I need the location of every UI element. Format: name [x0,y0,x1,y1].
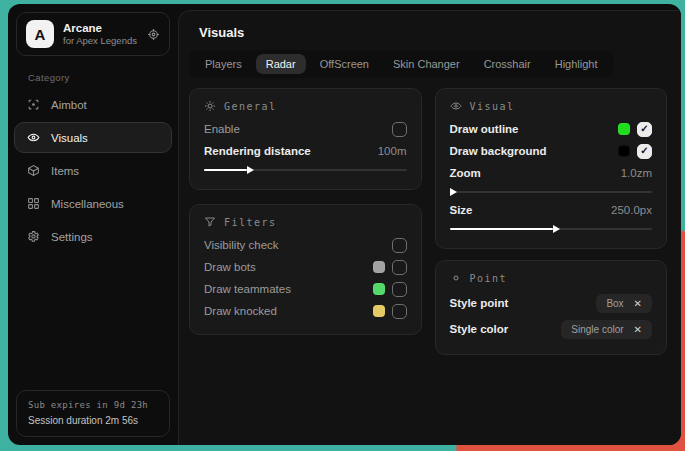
draw-outline-color-swatch[interactable] [618,123,630,135]
sidebar-item-label: Settings [51,231,93,243]
rendering-distance-value: 100m [378,145,407,157]
draw-teammates-checkbox[interactable]: ✓ [392,282,407,297]
draw-outline-checkbox[interactable]: ✓ [637,122,652,137]
package-icon [27,164,40,177]
enable-row: Enable ✓ [204,118,407,140]
app-subtitle: for Apex Legends [63,35,138,47]
size-row: Size 250.0px [450,199,653,221]
draw-knocked-color-swatch[interactable] [373,305,385,317]
tab-crosshair[interactable]: Crosshair [474,54,541,74]
target-settings-icon[interactable] [147,28,160,41]
tab-offscreen[interactable]: OffScreen [310,54,379,74]
sidebar-item-settings[interactable]: Settings [14,221,172,252]
zoom-row: Zoom 1.0zm [450,162,653,184]
draw-background-label: Draw background [450,145,547,157]
app-name: Arcane [63,21,138,35]
grid-icon [27,197,40,210]
subscription-info-box: Sub expires in 9d 23h Session duration 2… [16,390,170,437]
sidebar-header: A Arcane for Apex Legends [16,12,170,56]
size-label: Size [450,204,473,216]
draw-background-color-swatch[interactable] [618,145,630,157]
draw-knocked-checkbox[interactable]: ✓ [392,304,407,319]
app-logo: A [26,20,54,48]
panel-title: Visual [470,101,515,112]
zoom-value: 1.0zm [621,167,652,179]
zoom-label: Zoom [450,167,481,179]
rendering-distance-row: Rendering distance 100m [204,140,407,162]
app-window: A Arcane for Apex Legends Category [8,4,681,445]
close-icon[interactable]: ✕ [634,324,642,335]
main-panel: Visuals Players Radar OffScreen Skin Cha… [178,10,681,445]
sidebar-item-label: Visuals [51,132,88,144]
visibility-check-row: Visibility check ✓ [204,234,407,256]
style-point-chip-label: Box [606,298,623,309]
style-point-row: Style point Box ✕ [450,290,653,316]
general-panel: General Enable ✓ Rendering distance 100m [189,88,422,190]
draw-teammates-row: Draw teammates ✓ [204,278,407,300]
draw-outline-row: Draw outline ✓ [450,118,653,140]
sidebar-nav: Aimbot Visuals Items [14,89,172,252]
sidebar-item-miscellaneous[interactable]: Miscellaneous [14,188,172,219]
style-point-label: Style point [450,297,509,309]
draw-bots-checkbox[interactable]: ✓ [392,260,407,275]
tab-highlight[interactable]: Highlight [545,54,608,74]
draw-teammates-color-swatch[interactable] [373,283,385,295]
draw-background-row: Draw background ✓ [450,140,653,162]
sidebar-item-label: Items [51,165,79,177]
draw-bots-color-swatch[interactable] [373,261,385,273]
sun-icon [204,100,216,112]
draw-background-checkbox[interactable]: ✓ [637,144,652,159]
sidebar-item-label: Miscellaneous [51,198,124,210]
point-icon [450,272,462,284]
close-icon[interactable]: ✕ [634,298,642,309]
sidebar-item-aimbot[interactable]: Aimbot [14,89,172,120]
draw-knocked-row: Draw knocked ✓ [204,300,407,322]
sidebar-item-items[interactable]: Items [14,155,172,186]
style-point-chip[interactable]: Box ✕ [596,294,652,313]
panel-title: Point [470,273,508,284]
visibility-check-checkbox[interactable]: ✓ [392,238,407,253]
eye-icon [450,100,462,112]
sub-expiry-text: Sub expires in 9d 23h [28,399,158,413]
draw-bots-label: Draw bots [204,261,256,273]
enable-label: Enable [204,123,240,135]
draw-outline-label: Draw outline [450,123,519,135]
panel-title: Filters [224,217,277,228]
sidebar-item-visuals[interactable]: Visuals [14,122,172,153]
style-color-label: Style color [450,323,509,335]
tab-players[interactable]: Players [195,54,252,74]
style-color-chip-label: Single color [571,324,623,335]
page-title: Visuals [179,11,681,40]
gear-icon [27,230,40,243]
category-section-label: Category [28,72,172,83]
style-color-chip[interactable]: Single color ✕ [561,320,652,339]
visuals-tabbar: Players Radar OffScreen Skin Changer Cro… [189,50,614,78]
crosshair-icon [27,98,40,111]
size-slider[interactable] [450,228,653,230]
sidebar: A Arcane for Apex Legends Category [8,4,178,445]
style-color-row: Style color Single color ✕ [450,316,653,342]
visibility-check-label: Visibility check [204,239,279,251]
zoom-slider[interactable] [450,191,653,193]
point-panel: Point Style point Box ✕ Style color Sing… [435,260,668,355]
tab-skin-changer[interactable]: Skin Changer [383,54,470,74]
eye-icon [27,131,40,144]
enable-checkbox[interactable]: ✓ [392,122,407,137]
funnel-icon [204,216,216,228]
tab-radar[interactable]: Radar [256,54,306,74]
rendering-distance-label: Rendering distance [204,145,311,157]
filters-panel: Filters Visibility check ✓ Draw bots ✓ [189,204,422,335]
panel-title: General [224,101,277,112]
draw-knocked-label: Draw knocked [204,305,277,317]
visual-panel: Visual Draw outline ✓ Draw background [435,88,668,249]
size-value: 250.0px [611,204,652,216]
session-duration-text: Session duration 2m 56s [28,413,158,429]
rendering-distance-slider[interactable] [204,169,407,171]
draw-teammates-label: Draw teammates [204,283,291,295]
sidebar-item-label: Aimbot [51,99,87,111]
draw-bots-row: Draw bots ✓ [204,256,407,278]
